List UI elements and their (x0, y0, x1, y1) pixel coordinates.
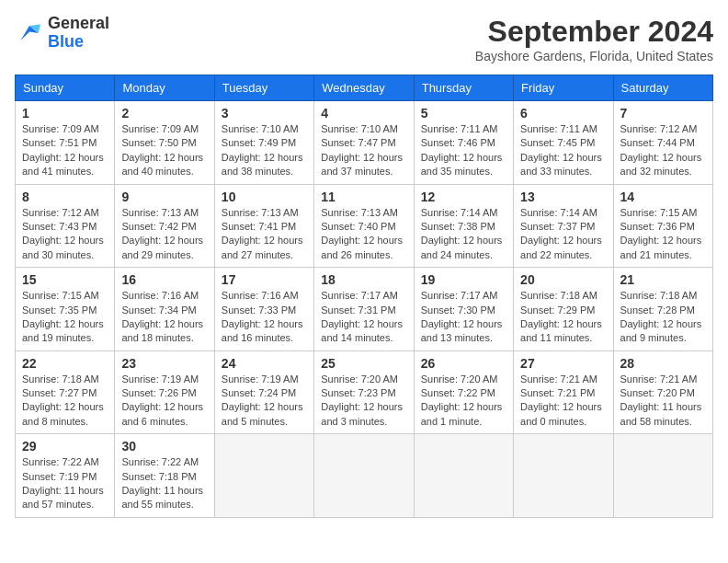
day-cell-empty-4 (514, 434, 613, 518)
day-cell-30: 30 Sunrise: 7:22 AMSunset: 7:18 PMDaylig… (115, 434, 214, 518)
day-cell-21: 21 Sunrise: 7:18 AMSunset: 7:28 PMDaylig… (613, 268, 712, 351)
day-cell-5: 5 Sunrise: 7:11 AMSunset: 7:46 PMDayligh… (414, 101, 513, 185)
header-friday: Friday (514, 75, 613, 101)
day-cell-7: 7 Sunrise: 7:12 AMSunset: 7:44 PMDayligh… (613, 101, 712, 185)
day-cell-12: 12 Sunrise: 7:14 AMSunset: 7:38 PMDaylig… (414, 184, 513, 268)
day-cell-6: 6 Sunrise: 7:11 AMSunset: 7:45 PMDayligh… (514, 101, 613, 185)
day-cell-16: 16 Sunrise: 7:16 AMSunset: 7:34 PMDaylig… (115, 268, 214, 351)
day-cell-14: 14 Sunrise: 7:15 AMSunset: 7:36 PMDaylig… (613, 184, 712, 268)
location: Bayshore Gardens, Florida, United States (475, 49, 713, 63)
day-cell-3: 3 Sunrise: 7:10 AMSunset: 7:49 PMDayligh… (214, 101, 313, 185)
table-row: 8 Sunrise: 7:12 AMSunset: 7:43 PMDayligh… (16, 184, 713, 268)
day-cell-22: 22 Sunrise: 7:18 AMSunset: 7:27 PMDaylig… (16, 350, 115, 434)
day-cell-13: 13 Sunrise: 7:14 AMSunset: 7:37 PMDaylig… (514, 184, 613, 268)
logo-text: GeneralBlue (48, 15, 109, 52)
day-cell-26: 26 Sunrise: 7:20 AMSunset: 7:22 PMDaylig… (414, 350, 513, 434)
table-row: 1 Sunrise: 7:09 AMSunset: 7:51 PMDayligh… (16, 101, 713, 185)
month-title: September 2024 (475, 15, 713, 49)
day-cell-18: 18 Sunrise: 7:17 AMSunset: 7:31 PMDaylig… (314, 268, 414, 351)
header-sunday: Sunday (16, 75, 115, 101)
logo: GeneralBlue (15, 15, 109, 52)
header-tuesday: Tuesday (214, 75, 313, 101)
day-cell-empty-5 (613, 434, 712, 518)
calendar-table: Sunday Monday Tuesday Wednesday Thursday… (15, 75, 713, 518)
day-cell-10: 10 Sunrise: 7:13 AMSunset: 7:41 PMDaylig… (214, 184, 313, 268)
day-cell-28: 28 Sunrise: 7:21 AMSunset: 7:20 PMDaylig… (613, 350, 712, 434)
table-row: 22 Sunrise: 7:18 AMSunset: 7:27 PMDaylig… (16, 350, 713, 434)
day-cell-2: 2 Sunrise: 7:09 AMSunset: 7:50 PMDayligh… (115, 101, 214, 185)
weekday-header-row: Sunday Monday Tuesday Wednesday Thursday… (16, 75, 713, 101)
header-monday: Monday (115, 75, 214, 101)
day-cell-11: 11 Sunrise: 7:13 AMSunset: 7:40 PMDaylig… (314, 184, 414, 268)
day-cell-empty-2 (314, 434, 414, 518)
day-cell-4: 4 Sunrise: 7:10 AMSunset: 7:47 PMDayligh… (314, 101, 414, 185)
day-cell-24: 24 Sunrise: 7:19 AMSunset: 7:24 PMDaylig… (214, 350, 313, 434)
day-cell-empty-3 (414, 434, 513, 518)
day-cell-17: 17 Sunrise: 7:16 AMSunset: 7:33 PMDaylig… (214, 268, 313, 351)
day-cell-8: 8 Sunrise: 7:12 AMSunset: 7:43 PMDayligh… (16, 184, 115, 268)
day-cell-1: 1 Sunrise: 7:09 AMSunset: 7:51 PMDayligh… (16, 101, 115, 185)
day-cell-9: 9 Sunrise: 7:13 AMSunset: 7:42 PMDayligh… (115, 184, 214, 268)
table-row: 15 Sunrise: 7:15 AMSunset: 7:35 PMDaylig… (16, 268, 713, 351)
page-header: GeneralBlue September 2024 Bayshore Gard… (15, 15, 713, 63)
header-wednesday: Wednesday (314, 75, 414, 101)
day-cell-empty-1 (214, 434, 313, 518)
logo-blue: Blue (48, 32, 84, 51)
day-cell-29: 29 Sunrise: 7:22 AMSunset: 7:19 PMDaylig… (16, 434, 115, 518)
logo-icon (15, 18, 44, 48)
day-cell-15: 15 Sunrise: 7:15 AMSunset: 7:35 PMDaylig… (16, 268, 115, 351)
day-cell-27: 27 Sunrise: 7:21 AMSunset: 7:21 PMDaylig… (514, 350, 613, 434)
day-cell-20: 20 Sunrise: 7:18 AMSunset: 7:29 PMDaylig… (514, 268, 613, 351)
table-row: 29 Sunrise: 7:22 AMSunset: 7:19 PMDaylig… (16, 434, 713, 518)
day-cell-19: 19 Sunrise: 7:17 AMSunset: 7:30 PMDaylig… (414, 268, 513, 351)
header-saturday: Saturday (613, 75, 712, 101)
header-thursday: Thursday (414, 75, 513, 101)
day-cell-23: 23 Sunrise: 7:19 AMSunset: 7:26 PMDaylig… (115, 350, 214, 434)
day-cell-25: 25 Sunrise: 7:20 AMSunset: 7:23 PMDaylig… (314, 350, 414, 434)
title-block: September 2024 Bayshore Gardens, Florida… (475, 15, 713, 63)
